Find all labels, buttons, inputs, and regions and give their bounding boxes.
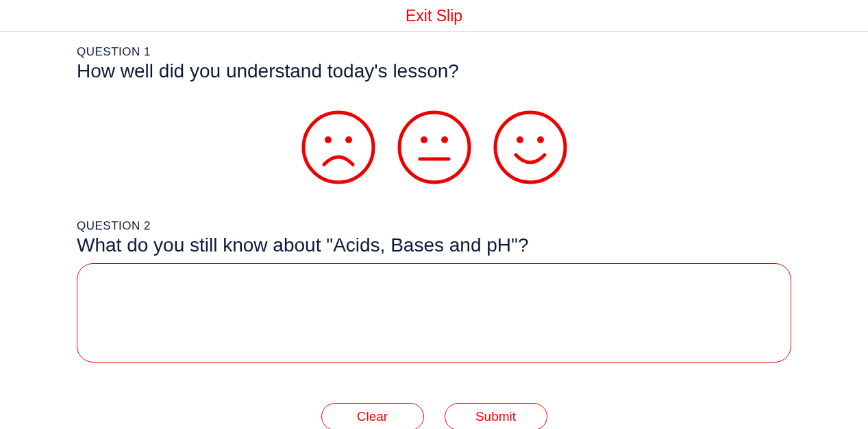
clear-button[interactable]: Clear [321,403,424,429]
question-1-label: QUESTION 1 [77,45,791,59]
question-2-text: What do you still know about "Acids, Bas… [77,234,791,256]
svg-point-2 [345,136,352,143]
svg-point-1 [325,136,332,143]
neutral-face-option[interactable] [397,110,472,185]
button-row: Clear Submit [77,403,791,429]
svg-point-5 [441,136,448,143]
page-title: Exit Slip [406,7,462,25]
answer-textarea[interactable] [77,263,791,363]
svg-point-4 [421,136,427,143]
page-header: Exit Slip [0,0,868,32]
question-1-block: QUESTION 1 How well did you understand t… [77,45,791,185]
svg-point-8 [517,136,523,143]
happy-face-option[interactable] [493,110,568,185]
svg-point-3 [399,112,469,182]
svg-point-9 [537,136,544,143]
form-content: QUESTION 1 How well did you understand t… [0,32,868,429]
question-2-block: QUESTION 2 What do you still know about … [77,219,791,365]
sad-face-option[interactable] [301,110,376,185]
happy-face-icon [493,110,568,185]
neutral-face-icon [397,110,472,185]
svg-point-7 [495,112,565,182]
question-1-text: How well did you understand today's less… [77,60,791,82]
question-2-label: QUESTION 2 [77,219,791,233]
submit-button[interactable]: Submit [445,403,547,429]
rating-faces [77,110,791,185]
sad-face-icon [301,110,376,185]
svg-point-0 [303,112,373,182]
